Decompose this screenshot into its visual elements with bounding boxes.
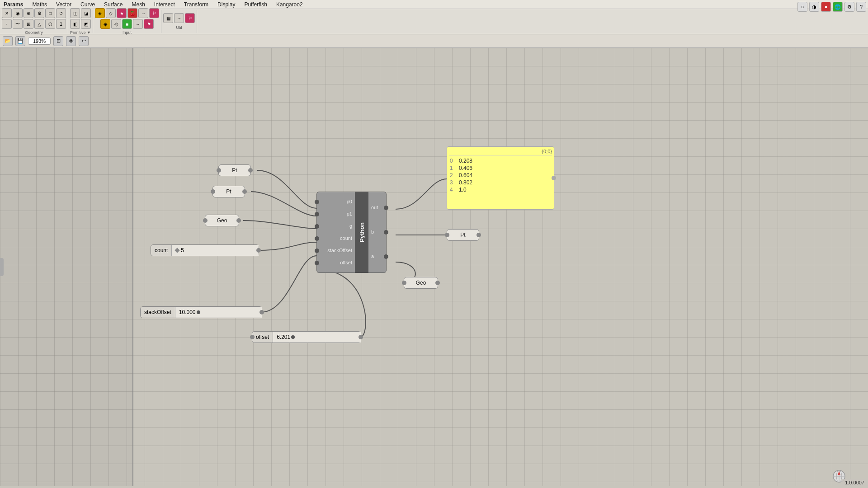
stackoffset-slider-port — [259, 310, 264, 314]
menu-vector[interactable]: Vector — [54, 1, 73, 8]
tool-gear[interactable]: ⚙ — [34, 8, 44, 18]
count-slider-track[interactable]: 5 — [172, 245, 259, 256]
python-inputs: p0 p1 g count stackOffset offset — [316, 192, 355, 273]
tool-sphere[interactable]: ⊕ — [24, 8, 33, 18]
input-label: Input — [123, 30, 132, 35]
tool-inp6[interactable]: ◉ — [100, 19, 110, 29]
count-slider[interactable]: count 5 — [151, 244, 259, 256]
yellow-index-1: 1 — [450, 165, 456, 171]
menu-surface[interactable]: Surface — [102, 1, 124, 8]
stackoffset-slider-track[interactable]: 10.000 — [175, 307, 262, 318]
preview-off-btn[interactable]: ○ — [797, 2, 807, 12]
stackoffset-slider[interactable]: stackOffset 10.000 — [140, 306, 262, 318]
menu-display[interactable]: Display — [216, 1, 237, 8]
tool-prim2[interactable]: ◪ — [81, 8, 91, 18]
tool-prim1[interactable]: ◫ — [70, 8, 80, 18]
undo-btn[interactable]: ↩ — [79, 36, 89, 46]
offset-slider[interactable]: offset 6.201 — [252, 331, 361, 343]
tool-x[interactable]: ✕ — [2, 8, 12, 18]
canvas[interactable]: Pt Pt Geo count 5 p0 p1 — [0, 48, 868, 486]
menu-params[interactable]: Params — [2, 1, 25, 8]
yellow-val-2: 0.604 — [459, 172, 472, 178]
tool-inp8[interactable]: ■ — [122, 19, 132, 29]
toolbar-group-input: ◈ ◇ ★ 🍒 → ⚐ ◉ ◎ ■ → ⚑ Input — [95, 10, 161, 33]
python-node[interactable]: p0 p1 g count stackOffset offset — [316, 192, 396, 273]
zoom-fit-btn[interactable]: ⊡ — [53, 36, 63, 46]
g-port — [315, 224, 319, 229]
yellow-panel-port — [552, 176, 556, 180]
tool-circle[interactable]: ◉ — [13, 8, 23, 18]
toolbar-group-geometry: ✕ ◉ ⊕ ⚙ □ ↺ · 〜 ⊞ △ ⬡ 1 Geometry — [2, 10, 68, 33]
offset-slider-track[interactable]: 6.201 — [273, 332, 361, 343]
yellow-row-4: 4 1.0 — [449, 186, 552, 193]
left-edge-tab[interactable] — [0, 258, 4, 276]
tool-num[interactable]: 1 — [56, 19, 66, 29]
tool-inp5[interactable]: ⚐ — [149, 8, 159, 18]
settings-btn[interactable]: ⚙ — [844, 2, 854, 12]
tool-wave[interactable]: 〜 — [13, 19, 23, 29]
tool-tri[interactable]: △ — [34, 19, 44, 29]
toolbar-group-util: ▦ → ⚐ Util — [163, 10, 197, 33]
tool-inp2[interactable]: ◇ — [106, 8, 116, 18]
python-input-offset: offset — [320, 259, 352, 267]
menu-pufferfish[interactable]: Pufferfish — [242, 1, 269, 8]
yellow-panel: {0;0} 0 0.208 1 0.406 2 0.604 3 0.802 4 … — [447, 146, 554, 210]
count-slider-diamond — [175, 248, 180, 253]
network-btn[interactable]: 🌐 — [833, 2, 843, 12]
pt2-node[interactable]: Pt — [212, 186, 245, 197]
open-file-btn[interactable]: 📂 — [3, 36, 13, 46]
tool-box[interactable]: □ — [45, 8, 55, 18]
menu-kangaroo2[interactable]: Kangaroo2 — [274, 1, 305, 8]
python-outputs: out b a — [368, 192, 387, 273]
tool-arrow[interactable]: → — [138, 8, 148, 18]
menu-curve[interactable]: Curve — [79, 1, 97, 8]
pt1-node[interactable]: Pt — [218, 164, 251, 176]
tool-inp4[interactable]: 🍒 — [127, 8, 137, 18]
pt2-label: Pt — [226, 188, 231, 195]
tool-util1[interactable]: ▦ — [163, 13, 173, 23]
tool-dot[interactable]: · — [2, 19, 12, 29]
tool-inp1[interactable]: ◈ — [95, 8, 105, 18]
tool-prim4[interactable]: ◩ — [81, 19, 91, 29]
main-toolbar: ✕ ◉ ⊕ ⚙ □ ↺ · 〜 ⊞ △ ⬡ 1 Geometry ◫ ◪ ◧ ◩… — [0, 9, 868, 34]
menu-intersect[interactable]: Intersect — [152, 1, 177, 8]
count-slider-value: 5 — [181, 247, 184, 253]
python-output-a: a — [371, 253, 383, 261]
menu-transform[interactable]: Transform — [182, 1, 210, 8]
yellow-val-4: 1.0 — [459, 187, 467, 193]
toolbar-group-primitive: ◫ ◪ ◧ ◩ Primitive ▼ — [70, 10, 93, 33]
tool-inp7[interactable]: ◎ — [111, 19, 121, 29]
geo-out-node[interactable]: Geo — [404, 277, 438, 289]
geo-port-right — [236, 218, 241, 223]
statusbar-value: 1.0.0007 — [845, 480, 864, 485]
help-btn[interactable]: ? — [856, 2, 866, 12]
geo-node[interactable]: Geo — [205, 215, 239, 226]
python-input-p0: p0 — [320, 198, 352, 206]
tool-util3[interactable]: ⚐ — [185, 13, 195, 23]
tool-net[interactable]: ⊞ — [24, 19, 33, 29]
menu-mesh[interactable]: Mesh — [130, 1, 146, 8]
record-btn[interactable]: ● — [821, 2, 831, 12]
left-panel — [0, 48, 133, 486]
preview-btn[interactable]: 👁 — [66, 36, 76, 46]
tool-rotate[interactable]: ↺ — [56, 8, 66, 18]
yellow-index-3: 3 — [450, 179, 456, 186]
python-output-b: b — [371, 228, 383, 236]
tool-inp3[interactable]: ★ — [117, 8, 127, 18]
count-slider-label: count — [151, 245, 172, 256]
menu-maths[interactable]: Maths — [30, 1, 49, 8]
tool-prim3[interactable]: ◧ — [70, 19, 80, 29]
tool-util2[interactable]: → — [174, 13, 184, 23]
offset-slider-circle — [291, 335, 295, 339]
preview-custom-btn[interactable]: ◑ — [809, 2, 819, 12]
tool-inp10[interactable]: ⚑ — [144, 19, 154, 29]
pt1-port-right — [248, 168, 253, 173]
zoom-display: 193% — [28, 38, 51, 45]
pt2-port-left — [211, 189, 215, 194]
yellow-index-4: 4 — [450, 187, 456, 193]
python-center: Python — [355, 192, 368, 273]
pt-out-node[interactable]: Pt — [447, 229, 479, 241]
tool-hex[interactable]: ⬡ — [45, 19, 55, 29]
tool-inp9[interactable]: → — [133, 19, 143, 29]
save-file-btn[interactable]: 💾 — [15, 36, 25, 46]
